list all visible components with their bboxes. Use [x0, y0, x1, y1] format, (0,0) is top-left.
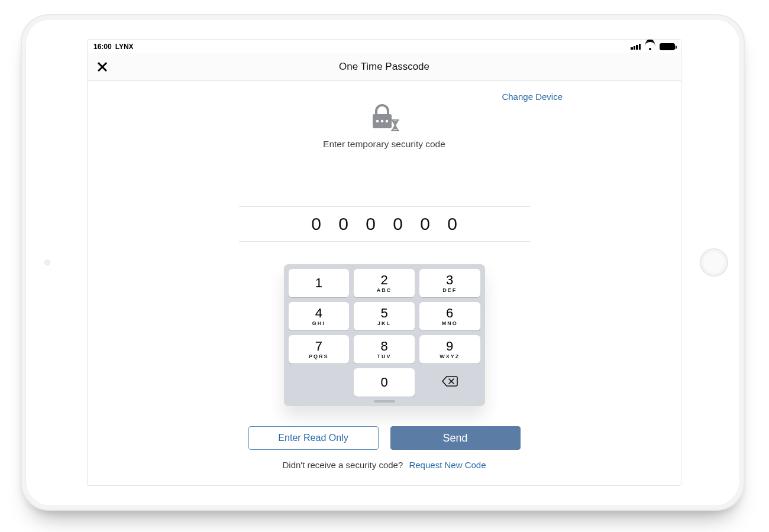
passcode-digit: 0 — [446, 214, 459, 234]
screen: 16:00 LYNX One Time Passcode Change Devi… — [87, 39, 681, 486]
svg-point-1 — [376, 120, 378, 122]
passcode-digit: 0 — [364, 214, 377, 234]
send-button[interactable]: Send — [390, 426, 521, 450]
passcode-digit: 0 — [392, 214, 405, 234]
keypad-key-3[interactable]: 3DEF — [419, 269, 480, 297]
page-title: One Time Passcode — [339, 61, 429, 73]
hero: Enter temporary security code — [88, 103, 681, 150]
action-buttons: Enter Read Only Send — [88, 426, 681, 450]
footer-line: Didn't receive a security code? Request … — [88, 460, 681, 470]
request-new-code-link[interactable]: Request New Code — [409, 460, 486, 470]
keypad-key-6[interactable]: 6MNO — [419, 302, 480, 330]
footer-question: Didn't receive a security code? — [282, 460, 403, 470]
cellular-signal-icon — [631, 44, 641, 50]
svg-point-2 — [380, 120, 383, 122]
home-button[interactable] — [700, 248, 728, 277]
front-camera-icon — [44, 259, 50, 265]
keypad-key-9[interactable]: 9WXYZ — [419, 335, 480, 364]
device-frame: 16:00 LYNX One Time Passcode Change Devi… — [21, 14, 745, 511]
lock-timer-icon — [369, 103, 400, 134]
keypad-key-1[interactable]: 1 — [289, 269, 350, 297]
passcode-digit: 0 — [310, 214, 323, 234]
battery-icon — [660, 43, 675, 50]
svg-point-3 — [385, 120, 387, 122]
prompt-text: Enter temporary security code — [88, 139, 681, 150]
keypad-key-2[interactable]: 2ABC — [354, 269, 415, 297]
wifi-icon — [645, 43, 655, 50]
numeric-keypad: 1 2ABC 3DEF 4GHI 5JKL 6MNO 7PQRS 8TUV 9W… — [284, 264, 485, 406]
nav-bar: One Time Passcode — [88, 53, 681, 81]
status-carrier: LYNX — [115, 43, 134, 51]
keypad-key-7[interactable]: 7PQRS — [289, 335, 350, 364]
keypad-key-4[interactable]: 4GHI — [289, 302, 350, 330]
passcode-digit: 0 — [419, 214, 432, 234]
keypad-blank — [289, 368, 350, 397]
keypad-key-0[interactable]: 0 — [354, 368, 415, 397]
code-field-wrap: 0 0 0 0 0 0 — [239, 206, 530, 242]
passcode-digit: 0 — [337, 214, 350, 234]
keypad-drag-handle-icon[interactable] — [374, 400, 395, 403]
passcode-input[interactable]: 0 0 0 0 0 0 — [239, 206, 530, 242]
status-bar: 16:00 LYNX — [88, 40, 681, 53]
keypad-backspace[interactable] — [419, 368, 480, 397]
status-time: 16:00 — [93, 43, 112, 51]
change-device-link[interactable]: Change Device — [502, 92, 563, 102]
content-area: Change Device — [88, 81, 681, 485]
close-icon[interactable] — [96, 60, 109, 73]
enter-read-only-button[interactable]: Enter Read Only — [248, 426, 379, 450]
backspace-icon — [441, 375, 458, 390]
keypad-key-5[interactable]: 5JKL — [354, 302, 415, 330]
keypad-key-8[interactable]: 8TUV — [354, 335, 415, 364]
